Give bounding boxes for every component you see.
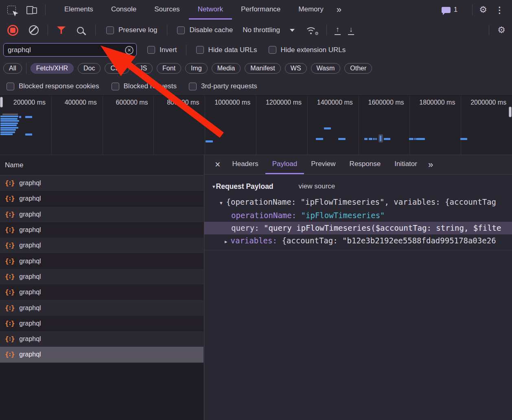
payload-query-line-highlighted[interactable]: query: "query ipFlowTimeseries($accountT… [204,222,512,234]
import-har-icon[interactable]: ↑ [336,26,339,35]
network-settings-gear-icon[interactable]: ⚙ [497,26,505,35]
more-details-tabs-icon[interactable]: » [424,160,436,170]
throttling-dropdown-icon[interactable] [290,29,295,32]
resource-type-chip[interactable]: Manifest [245,63,280,74]
resource-type-chip[interactable]: All [3,63,22,74]
resource-type-chip[interactable]: Wasm [311,63,341,74]
divider [167,25,167,35]
clear-filter-icon[interactable]: × [125,46,133,55]
requests-list: {} graphql {} graphql {} graphql {} grap… [0,175,203,363]
details-tab[interactable]: Initiator [387,155,424,174]
devtools-tab[interactable]: Memory [289,0,332,20]
request-name: graphql [19,273,41,280]
resource-type-chip[interactable]: Media [212,63,241,74]
hide-data-urls-label: Hide data URLs [208,46,257,54]
issues-chat-icon[interactable] [442,7,451,13]
waterfall-bar [460,138,467,140]
network-filter-bar: × Invert Hide data URLs Hide extension U… [0,41,512,59]
resource-type-chip[interactable]: Font [157,63,181,74]
payload-summary-line[interactable]: ▾{operationName: "ipFlowTimeseries", var… [204,196,512,209]
resource-type-chip[interactable]: Img [185,63,208,74]
clear-network-log-icon[interactable] [29,25,39,35]
name-column-header[interactable]: Name [0,155,203,175]
details-tab[interactable]: Headers [225,155,265,174]
resource-type-chip[interactable]: WS [285,63,307,74]
table-row[interactable]: {} graphql [0,300,203,315]
expand-triangle-icon[interactable]: ▸ [225,238,228,245]
view-source-link[interactable]: view source [299,182,335,190]
blocked-requests-checkbox[interactable] [112,83,119,90]
fetch-xhr-icon: {} [5,195,15,202]
search-icon[interactable] [77,27,84,34]
table-row[interactable]: {} graphql [0,253,203,269]
blocked-response-cookies-checkbox[interactable] [7,83,14,90]
table-row[interactable]: {} graphql [0,347,203,362]
invert-checkbox[interactable] [147,46,155,54]
resource-type-chip[interactable]: JS [133,63,153,74]
resource-type-chip[interactable]: CSS [105,63,129,74]
table-row[interactable]: {} graphql [0,269,203,284]
record-network-log-icon[interactable] [7,25,18,36]
preserve-log-checkbox[interactable] [106,26,114,34]
table-row[interactable]: {} graphql [0,175,203,191]
third-party-requests-label: 3rd-party requests [201,82,257,90]
devtools-tab[interactable]: Network [189,0,232,20]
devtools-tab[interactable]: Performance [232,0,289,20]
disable-cache-checkbox[interactable] [177,26,185,34]
divider [186,45,186,55]
resource-type-chip[interactable]: Doc [78,63,101,74]
network-conditions-icon[interactable]: ⚙ [305,26,317,35]
filter-input[interactable] [3,43,137,57]
table-row[interactable]: {} graphql [0,284,203,300]
devtools-tab[interactable]: Elements [55,0,102,20]
request-name: graphql [19,211,41,218]
device-toolbar-icon[interactable] [26,5,37,14]
fetch-xhr-icon: {} [5,227,15,233]
timeline-tick-label: 1800000 ms [409,99,455,106]
details-tab[interactable]: Response [343,155,388,174]
details-tab[interactable]: Payload [265,155,304,174]
throttling-select[interactable]: No throttling [243,26,280,34]
resource-type-chip[interactable]: Other [344,63,372,74]
timeline-gridline [51,96,52,155]
network-overview-timeline[interactable]: 200000 ms400000 ms600000 ms800000 ms1000… [0,96,512,155]
timeline-tick-label: 600000 ms [103,99,148,106]
invert-label: Invert [160,46,177,54]
timeline-gridline [256,96,256,155]
table-row[interactable]: {} graphql [0,191,203,206]
collapse-triangle-icon[interactable]: ▾ [212,184,215,190]
third-party-requests-checkbox[interactable] [189,83,197,90]
table-row[interactable]: {} graphql [0,331,203,347]
close-details-icon[interactable]: × [210,160,225,169]
filter-funnel-icon[interactable] [57,26,66,34]
table-row[interactable]: {} graphql [0,222,203,238]
more-panels-icon[interactable]: » [333,4,344,15]
timeline-gridline [103,96,103,155]
devtools-tab[interactable]: Console [102,0,145,20]
export-har-icon[interactable]: ↓ [349,26,353,35]
waterfall-bar [0,118,18,120]
devtools-tab[interactable]: Sources [145,0,188,20]
resource-type-chip[interactable]: Fetch/XHR [31,63,74,74]
table-row[interactable]: {} graphql [0,238,203,253]
devtools-tab-bar: ElementsConsoleSourcesNetworkPerformance… [0,0,512,20]
hide-extension-urls-checkbox[interactable] [269,46,276,54]
hide-data-urls-checkbox[interactable] [196,46,204,54]
table-row[interactable]: {} graphql [0,207,203,222]
payload-variables-line[interactable]: ▸variables: {accountTag: "b12e3b2192ee55… [204,234,512,248]
inspect-element-icon[interactable] [7,6,16,14]
request-name: graphql [19,195,41,202]
overview-right-handle[interactable] [509,107,512,117]
settings-gear-icon[interactable]: ⚙ [479,5,487,14]
waterfall-selected-marker [379,134,383,142]
waterfall-bar [19,116,21,118]
hide-extension-urls-label: Hide extension URLs [281,46,346,54]
collapse-triangle-icon[interactable]: ▾ [220,200,223,206]
menu-kebab-icon[interactable]: ⋮ [494,6,505,14]
waterfall-bar [338,138,346,140]
table-row[interactable]: {} graphql [0,316,203,331]
details-tab[interactable]: Preview [304,155,342,174]
timeline-gridline [307,96,308,155]
waterfall-bar [417,138,425,140]
waterfall-bar [0,120,19,122]
